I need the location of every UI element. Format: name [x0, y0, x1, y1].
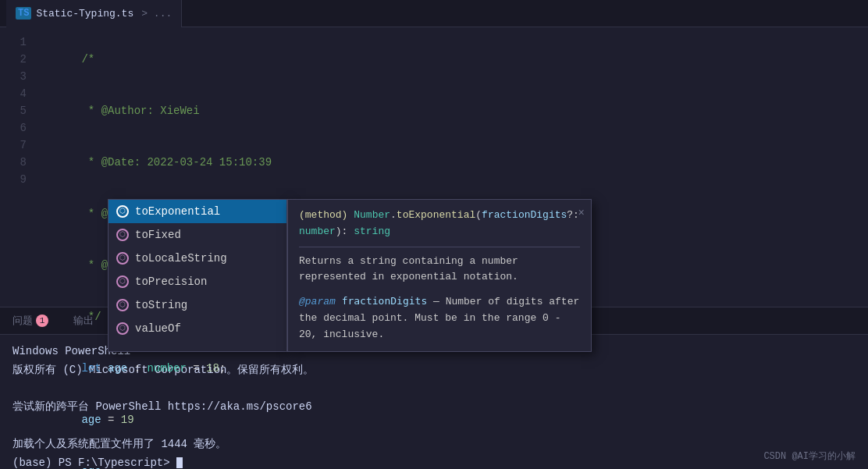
param-tag: @param: [299, 296, 336, 307]
method-icon-1: ⬡: [116, 229, 129, 241]
autocomplete-label-3: toPrecision: [135, 273, 207, 290]
tab-breadcrumb: > ...: [141, 8, 172, 20]
autocomplete-label-0: toExponential: [135, 203, 220, 220]
editor-area: 1 2 3 4 5 6 7 8 9 /* * @Author: XieWei *…: [0, 27, 868, 307]
info-panel-close-button[interactable]: ×: [578, 204, 585, 222]
tab-file[interactable]: TS Static-Typing.ts > ...: [6, 0, 182, 27]
param-name: fractionDigits: [342, 295, 433, 307]
code-line-8: age = 19: [39, 394, 868, 446]
autocomplete-item-3[interactable]: ⬡ toPrecision: [108, 270, 286, 293]
line-num-5: 5: [0, 102, 27, 119]
info-panel: (method) Number.toExponential(fractionDi…: [287, 199, 592, 352]
panel-tab-problems-label: 问题: [12, 314, 33, 328]
info-panel-param: @param fractionDigits — Number of digits…: [299, 293, 580, 343]
line-num-6: 6: [0, 119, 27, 137]
autocomplete-item-4[interactable]: ⬡ toString: [108, 293, 286, 317]
autocomplete-label-5: valueOf: [135, 320, 181, 337]
line-num-4: 4: [0, 85, 27, 102]
method-icon-4: ⬡: [116, 299, 129, 311]
autocomplete-label-4: toString: [135, 297, 187, 314]
line-num-3: 3: [0, 68, 27, 85]
tab-bar: TS Static-Typing.ts > ...: [0, 0, 868, 27]
autocomplete-container: ⬡ toExponential ⬡ toFixed ⬡ toLocaleStri…: [108, 199, 592, 352]
line-num-9: 9: [0, 171, 27, 188]
autocomplete-item-1[interactable]: ⬡ toFixed: [108, 223, 286, 247]
autocomplete-item-0[interactable]: ⬡ toExponential: [108, 200, 286, 223]
tab-filename: Static-Typing.ts: [36, 8, 133, 20]
line-num-8: 8: [0, 154, 27, 171]
info-panel-title: (method) Number.toExponential(fractionDi…: [299, 208, 580, 240]
code-content[interactable]: /* * @Author: XieWei * @Date: 2022-03-24…: [39, 27, 868, 307]
csdn-watermark: CSDN @AI学习的小解: [763, 449, 856, 463]
line-num-1: 1: [0, 34, 27, 51]
code-line-9: age.: [39, 446, 868, 469]
autocomplete-label-1: toFixed: [135, 226, 181, 243]
line-numbers: 1 2 3 4 5 6 7 8 9: [0, 27, 39, 307]
autocomplete-item-2[interactable]: ⬡ toLocaleString: [108, 247, 286, 270]
info-panel-divider: [299, 247, 580, 247]
method-icon-5: ⬡: [116, 322, 129, 335]
code-line-1: /*: [39, 34, 868, 85]
line-num-7: 7: [0, 137, 27, 154]
method-icon-3: ⬡: [116, 275, 129, 288]
autocomplete-item-5[interactable]: ⬡ valueOf: [108, 317, 286, 340]
autocomplete-label-2: toLocaleString: [135, 250, 227, 267]
method-icon-2: ⬡: [116, 252, 129, 265]
ts-icon: TS: [16, 7, 31, 20]
code-line-2: * @Author: XieWei: [39, 85, 868, 137]
code-line-3: * @Date: 2022-03-24 15:10:39: [39, 137, 868, 188]
method-icon-0: ⬡: [116, 205, 129, 218]
info-panel-description: Returns a string containing a number rep…: [299, 254, 580, 286]
autocomplete-list[interactable]: ⬡ toExponential ⬡ toFixed ⬡ toLocaleStri…: [108, 199, 287, 352]
line-num-2: 2: [0, 51, 27, 68]
